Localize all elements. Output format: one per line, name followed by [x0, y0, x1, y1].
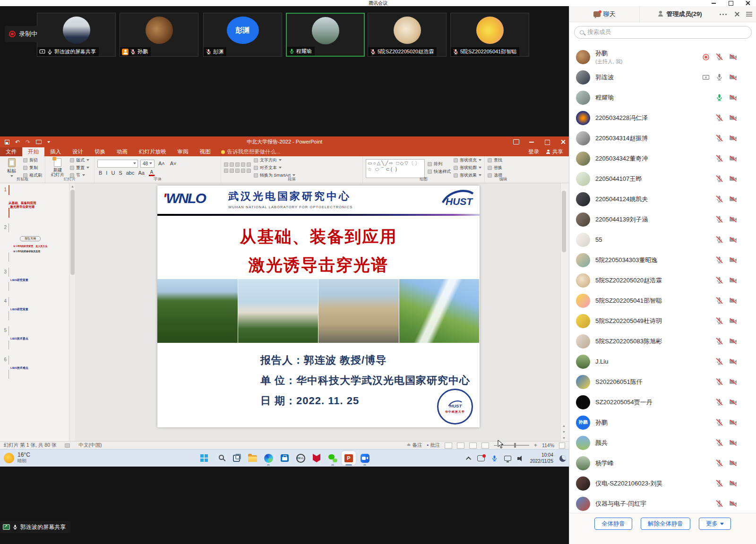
line-spacing-icon[interactable] — [247, 162, 251, 167]
ribbon-tab[interactable]: 设计 — [67, 147, 89, 156]
taskbar-app-icon[interactable] — [261, 451, 275, 465]
align-center-icon[interactable] — [230, 169, 234, 173]
recording-badge[interactable]: 录制中 — [5, 26, 46, 42]
member-row[interactable]: 2205044139刘子涵 — [569, 209, 756, 230]
columns-icon[interactable] — [247, 169, 251, 173]
ribbon-tab[interactable]: 切换 — [89, 147, 111, 156]
paragraph-command[interactable]: 文字方向 — [254, 157, 295, 163]
fit-to-window-button[interactable] — [559, 442, 565, 449]
close-panel-icon[interactable] — [734, 11, 739, 17]
ppt-minimize-button[interactable] — [529, 139, 535, 144]
increase-indent-icon[interactable] — [241, 162, 245, 167]
member-row[interactable]: 55 — [569, 230, 756, 250]
customize-qat-icon[interactable] — [47, 141, 50, 143]
video-tile[interactable]: 孙鹏 — [120, 13, 198, 57]
shape-format-command[interactable]: 形状轮廓 — [454, 165, 481, 171]
hidden-icons-chevron[interactable] — [466, 456, 471, 461]
member-row[interactable]: 5院2205034303董昭逸 — [569, 250, 756, 270]
arrange-button[interactable]: 排列 — [428, 161, 451, 167]
slide-scrollbar[interactable]: ▲ ▼ ▼ — [560, 183, 567, 441]
slide-thumbnail[interactable]: 4 LIBS研究背景 — [0, 298, 52, 320]
taskbar-app-icon[interactable] — [245, 451, 259, 465]
more-options-icon[interactable] — [720, 13, 727, 15]
member-row[interactable]: 2205034314赵振博 — [569, 128, 756, 148]
clipboard-command[interactable]: 复制 — [23, 165, 42, 171]
weather-widget[interactable]: 16°C晴朗 — [4, 451, 30, 464]
ribbon-tab[interactable]: 动画 — [111, 147, 133, 156]
numbering-icon[interactable] — [230, 162, 234, 167]
shapes-gallery[interactable]: ▭○△╲╱⇨ □◇▽〔〕☆ ⬭⌒⊂( ) — [366, 159, 425, 178]
align-left-icon[interactable] — [224, 169, 228, 173]
taskbar-app-icon[interactable] — [309, 451, 324, 465]
video-tile[interactable]: 郭连波的屏幕共享 — [37, 13, 116, 57]
member-row[interactable]: 颜兵 — [569, 433, 756, 453]
scrollbar-thumb[interactable] — [70, 190, 75, 275]
font-name-select[interactable] — [97, 160, 138, 168]
start-slideshow-icon[interactable] — [36, 140, 42, 144]
taskbar-app-icon[interactable] — [213, 451, 227, 465]
ppt-close-button[interactable] — [560, 139, 566, 144]
shape-format-command[interactable]: 形状填充 — [454, 157, 481, 163]
member-row[interactable]: 5院SZ202205020赵浩霖 — [569, 270, 756, 290]
mute-all-button[interactable]: 全体静音 — [594, 518, 632, 530]
grow-font-button[interactable]: A˄ — [157, 161, 166, 166]
zoom-level[interactable]: 114% — [542, 442, 554, 448]
justify-icon[interactable] — [241, 169, 245, 173]
member-row[interactable]: 5院SZ202205083陈旭彬 — [569, 331, 756, 351]
zoom-slider[interactable] — [502, 445, 529, 446]
scrollbar-thumb[interactable] — [562, 191, 566, 252]
video-tile[interactable]: 彭渊 彭渊 — [203, 13, 282, 57]
zoom-out-button[interactable]: – — [494, 442, 497, 449]
paste-button[interactable]: 粘贴 — [3, 158, 20, 177]
taskbar-app-icon[interactable] — [229, 451, 243, 465]
taskbar-app-icon[interactable] — [326, 451, 340, 465]
notes-toggle[interactable]: ≐ 备注 — [407, 442, 422, 449]
tab-chat[interactable]: 聊天 — [569, 6, 640, 22]
member-row[interactable]: 2205034342董奇冲 — [569, 148, 756, 169]
tell-me-box[interactable]: 告诉我您想要做什么... — [216, 147, 285, 156]
taskbar-app-icon[interactable] — [293, 451, 308, 465]
video-tile[interactable]: 5院SZ202205041邵智聪 — [450, 13, 529, 57]
member-row[interactable]: 杨学峰 — [569, 453, 756, 473]
font-style-button[interactable]: Aa — [137, 170, 146, 176]
share-button[interactable]: 共享 — [546, 148, 563, 155]
ribbon-tab[interactable]: 文件 — [0, 147, 22, 156]
member-row[interactable]: 孙鹏 (主持人, 我) — [569, 47, 756, 67]
member-row[interactable]: 2205044124姚凯夫 — [569, 189, 756, 209]
member-row[interactable]: 郭连波 — [569, 67, 756, 87]
slide-thumbnail[interactable]: 3 LIBS研究背景 — [0, 268, 52, 291]
font-style-button[interactable]: B — [97, 170, 103, 176]
shrink-font-button[interactable]: A˅ — [169, 161, 178, 166]
decrease-indent-icon[interactable] — [235, 162, 240, 167]
slides-command[interactable]: 版式 — [70, 157, 89, 163]
font-style-button[interactable]: abc — [125, 170, 136, 176]
thumbnail-scrollbar[interactable]: ▲ — [69, 183, 75, 441]
display-tray-icon[interactable] — [504, 456, 511, 461]
slide-thumbnail[interactable]: 1 从基础、装备到应用 激光诱导击穿光谱 — [0, 186, 52, 217]
slide-thumbnail[interactable]: 2 报告大纲 ① LIBS的研究背景、意义及方法 ② LIBS的装备研制及应用 — [0, 224, 52, 262]
member-row[interactable]: 5院SZ202205049杜诗玥 — [569, 311, 756, 331]
scroll-down-icon[interactable]: ▼ — [561, 435, 567, 441]
close-button[interactable] — [745, 0, 751, 6]
video-tile[interactable]: 5院SZ202205020赵浩霖 — [368, 13, 447, 57]
member-row[interactable]: 仪器与电子-闫红宇 — [569, 493, 756, 514]
ppt-display-settings-button[interactable] — [513, 139, 519, 144]
bullets-icon[interactable] — [224, 162, 228, 167]
redo-icon[interactable]: ↷ — [26, 140, 30, 144]
panel-menu-icon[interactable] — [746, 12, 752, 17]
ribbon-tab[interactable]: 开始 — [22, 147, 44, 156]
font-style-button[interactable]: S — [117, 170, 123, 176]
member-row[interactable]: 2205034228冯仁泽 — [569, 108, 756, 128]
member-row[interactable]: 孙鹏 孙鹏 — [569, 412, 756, 433]
editing-command[interactable]: 替换 — [488, 165, 502, 171]
member-row[interactable]: 仪电-SZ202106023-刘昊 — [569, 473, 756, 493]
tray-mic-icon[interactable] — [491, 455, 498, 462]
slide-sorter-view-button[interactable] — [457, 442, 464, 449]
member-row[interactable]: 2205044107王晔 — [569, 169, 756, 189]
member-row[interactable]: 5院SZ202205041邵智聪 — [569, 290, 756, 311]
screen-recorder-icon[interactable] — [477, 455, 485, 461]
tab-manage-members[interactable]: 管理成员(29) — [640, 6, 720, 22]
sign-in-button[interactable]: 登录 — [528, 148, 539, 155]
comments-indicator-icon[interactable] — [65, 443, 70, 448]
font-style-button[interactable]: U — [110, 170, 116, 176]
